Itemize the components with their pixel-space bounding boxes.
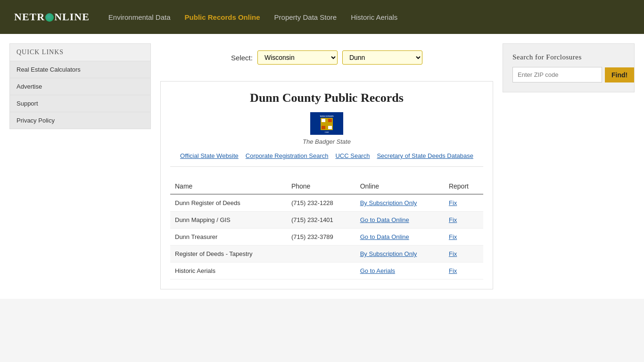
record-name: Register of Deeds - Tapestry bbox=[170, 246, 287, 263]
nav-historic-aerials[interactable]: Historic Aerials bbox=[351, 13, 397, 21]
link-corp-reg[interactable]: Corporate Registration Search bbox=[246, 152, 329, 159]
record-phone: (715) 232-1228 bbox=[287, 194, 355, 212]
record-fix-link[interactable]: Fix bbox=[449, 199, 457, 206]
records-table: Name Phone Online Report Dunn Register o… bbox=[170, 179, 483, 280]
link-sos-deeds[interactable]: Secretary of State Deeds Database bbox=[377, 152, 473, 159]
record-name: Dunn Mapping / GIS bbox=[170, 212, 287, 229]
nav-property-data-store[interactable]: Property Data Store bbox=[274, 13, 337, 21]
svg-rect-10 bbox=[328, 126, 332, 129]
record-phone: (715) 232-3789 bbox=[287, 229, 355, 246]
record-report: Fix bbox=[444, 246, 483, 263]
record-online: By Subscription Only bbox=[355, 194, 444, 212]
nav-environmental-data[interactable]: Environmental Data bbox=[108, 13, 171, 21]
svg-rect-6 bbox=[322, 122, 332, 126]
record-name: Dunn Register of Deeds bbox=[170, 194, 287, 212]
record-online: Go to Aerials bbox=[355, 263, 444, 280]
record-report: Fix bbox=[444, 229, 483, 246]
main-content: Select: Wisconsin Dunn Dunn County Publi… bbox=[160, 43, 493, 289]
record-online-link[interactable]: Go to Data Online bbox=[360, 233, 409, 240]
foreclosure-form: Find! bbox=[512, 67, 625, 82]
sidebar: Quick Links Real Estate Calculators Adve… bbox=[9, 43, 151, 289]
page-wrapper: Quick Links Real Estate Calculators Adve… bbox=[0, 34, 644, 299]
record-name: Historic Aerials bbox=[170, 263, 287, 280]
sidebar-item-privacy[interactable]: Privacy Policy bbox=[9, 112, 151, 129]
table-row: Dunn Treasurer(715) 232-3789Go to Data O… bbox=[170, 229, 483, 246]
content-area: Dunn County Public Records WISCONSIN bbox=[160, 81, 493, 289]
select-bar: Select: Wisconsin Dunn bbox=[160, 43, 493, 72]
record-phone: (715) 232-1401 bbox=[287, 212, 355, 229]
record-fix-link[interactable]: Fix bbox=[449, 216, 457, 223]
flag-area: WISCONSIN 1848 The Badger State bbox=[170, 112, 483, 145]
record-name: Dunn Treasurer bbox=[170, 229, 287, 246]
svg-rect-7 bbox=[322, 119, 325, 122]
record-online-link[interactable]: Go to Aerials bbox=[360, 267, 395, 274]
foreclosure-box: Search for Forclosures Find! bbox=[503, 43, 635, 92]
record-report: Fix bbox=[444, 212, 483, 229]
svg-rect-1 bbox=[310, 112, 343, 114]
record-report: Fix bbox=[444, 263, 483, 280]
logo-globe-icon bbox=[45, 13, 54, 22]
state-flag: WISCONSIN 1848 bbox=[310, 112, 343, 135]
header: NETRNLINE Environmental Data Public Reco… bbox=[0, 0, 644, 34]
logo: NETRNLINE bbox=[14, 11, 90, 23]
main-nav: Environmental Data Public Records Online… bbox=[108, 13, 398, 21]
quick-links-title: Quick Links bbox=[9, 43, 151, 61]
svg-text:1848: 1848 bbox=[325, 131, 330, 133]
col-online: Online bbox=[355, 179, 444, 194]
sidebar-item-real-estate[interactable]: Real Estate Calculators bbox=[9, 61, 151, 78]
county-title: Dunn County Public Records bbox=[170, 91, 483, 105]
record-online-link[interactable]: By Subscription Only bbox=[360, 199, 417, 206]
link-official-state[interactable]: Official State Website bbox=[180, 152, 239, 159]
zip-input[interactable] bbox=[512, 67, 602, 82]
col-report: Report bbox=[444, 179, 483, 194]
record-online: By Subscription Only bbox=[355, 246, 444, 263]
record-online-link[interactable]: Go to Data Online bbox=[360, 216, 409, 223]
logo-area: NETRNLINE bbox=[14, 11, 90, 23]
find-button[interactable]: Find! bbox=[605, 67, 634, 82]
svg-rect-8 bbox=[328, 119, 332, 122]
svg-text:WISCONSIN: WISCONSIN bbox=[320, 115, 334, 117]
sidebar-item-support[interactable]: Support bbox=[9, 95, 151, 112]
link-ucc-search[interactable]: UCC Search bbox=[335, 152, 370, 159]
select-label: Select: bbox=[231, 54, 253, 62]
record-phone bbox=[287, 263, 355, 280]
nav-public-records[interactable]: Public Records Online bbox=[185, 13, 260, 21]
state-select[interactable]: Wisconsin bbox=[257, 50, 338, 65]
county-select[interactable]: Dunn bbox=[342, 50, 422, 65]
svg-rect-9 bbox=[322, 126, 325, 129]
record-fix-link[interactable]: Fix bbox=[449, 233, 457, 240]
state-nickname: The Badger State bbox=[170, 138, 483, 145]
sidebar-item-advertise[interactable]: Advertise bbox=[9, 78, 151, 95]
record-online: Go to Data Online bbox=[355, 212, 444, 229]
record-phone bbox=[287, 246, 355, 263]
record-fix-link[interactable]: Fix bbox=[449, 267, 457, 274]
record-online: Go to Data Online bbox=[355, 229, 444, 246]
records-tbody: Dunn Register of Deeds(715) 232-1228By S… bbox=[170, 194, 483, 280]
table-row: Dunn Register of Deeds(715) 232-1228By S… bbox=[170, 194, 483, 212]
state-links: Official State Website Corporate Registr… bbox=[170, 152, 483, 167]
table-row: Dunn Mapping / GIS(715) 232-1401Go to Da… bbox=[170, 212, 483, 229]
foreclosure-title: Search for Forclosures bbox=[512, 53, 625, 61]
record-fix-link[interactable]: Fix bbox=[449, 250, 457, 257]
col-phone: Phone bbox=[287, 179, 355, 194]
record-report: Fix bbox=[444, 194, 483, 212]
table-row: Historic AerialsGo to AerialsFix bbox=[170, 263, 483, 280]
col-name: Name bbox=[170, 179, 287, 194]
record-online-link[interactable]: By Subscription Only bbox=[360, 250, 417, 257]
table-row: Register of Deeds - TapestryBy Subscript… bbox=[170, 246, 483, 263]
